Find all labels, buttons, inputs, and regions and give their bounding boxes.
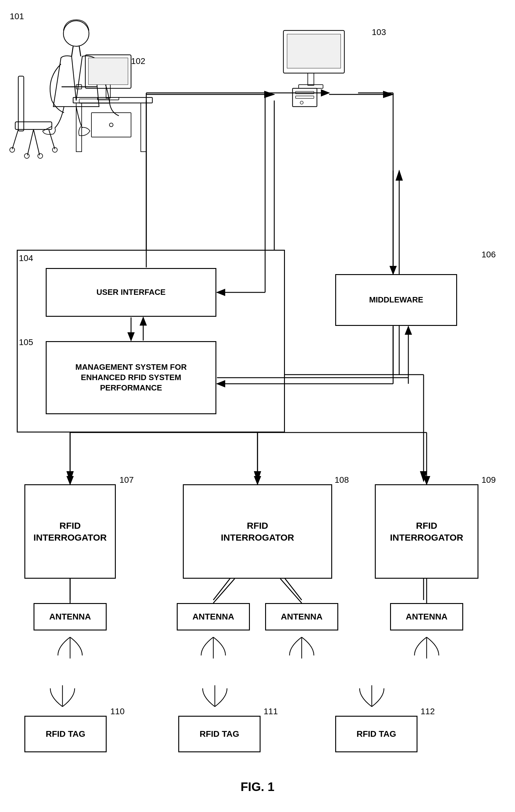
management-system-label: MANAGEMENT SYSTEM FOR ENHANCED RFID SYST… (75, 362, 187, 393)
svg-line-27 (27, 129, 33, 155)
svg-point-31 (24, 153, 29, 158)
rfid-interrogator-2-label: RFID INTERROGATOR (221, 520, 294, 543)
svg-rect-41 (91, 113, 131, 137)
rfid-tag-2-label: RFID TAG (199, 729, 239, 740)
signal-3-antenna (391, 631, 462, 671)
rfid-tag-3-label: RFID TAG (356, 729, 396, 740)
antenna-2a-label: ANTENNA (193, 611, 234, 622)
signal-2b-antenna (267, 631, 337, 671)
server-illustration (274, 27, 356, 113)
antenna-3-box: ANTENNA (390, 603, 463, 631)
antenna-3-label: ANTENNA (406, 611, 448, 622)
svg-rect-40 (141, 103, 146, 152)
svg-line-28 (33, 129, 39, 155)
svg-point-32 (38, 153, 43, 158)
svg-rect-49 (287, 34, 341, 68)
rfid-tag-3-box: RFID TAG (335, 716, 417, 752)
middleware-box: MIDDLEWARE (335, 274, 457, 326)
user-interface-box: USER INTERFACE (46, 268, 216, 317)
rfid-interrogator-3-label: RFID INTERROGATOR (390, 520, 463, 543)
diagram: 101 102 103 104 USER INTERFACE 105 MANAG… (0, 0, 515, 812)
svg-rect-23 (18, 76, 24, 131)
management-system-box: MANAGEMENT SYSTEM FOR ENHANCED RFID SYST… (46, 341, 216, 414)
ref-112: 112 (421, 706, 435, 716)
ref-104: 104 (19, 253, 33, 263)
user-interface-label: USER INTERFACE (97, 287, 166, 297)
signal-1-tag (26, 679, 99, 713)
svg-point-42 (109, 123, 113, 127)
ref-106: 106 (482, 250, 496, 260)
rfid-interrogator-2-box: RFID INTERROGATOR (183, 484, 332, 579)
ref-107: 107 (119, 475, 134, 485)
svg-rect-46 (88, 58, 128, 85)
rfid-interrogator-1-label: RFID INTERROGATOR (33, 520, 107, 543)
ref-103: 103 (372, 27, 386, 37)
figure-title: FIG. 1 (0, 780, 515, 794)
signal-1-antenna (35, 631, 105, 671)
svg-rect-50 (308, 73, 314, 85)
svg-point-33 (63, 21, 89, 46)
ref-101: 101 (10, 11, 24, 21)
ref-108: 108 (334, 475, 349, 485)
ref-102: 102 (131, 56, 145, 66)
signal-3-tag (335, 679, 408, 713)
antenna-1-label: ANTENNA (49, 611, 91, 622)
ref-109: 109 (482, 475, 496, 485)
rfid-tag-1-box: RFID TAG (24, 716, 107, 752)
svg-line-75 (213, 579, 235, 603)
svg-rect-24 (15, 122, 52, 129)
ref-105: 105 (19, 338, 33, 347)
ref-111: 111 (264, 706, 278, 716)
signal-2a-antenna (178, 631, 248, 671)
antenna-2b-label: ANTENNA (281, 611, 323, 622)
rfid-interrogator-1-box: RFID INTERROGATOR (24, 484, 116, 579)
signal-2-tag (178, 679, 251, 713)
rfid-interrogator-3-box: RFID INTERROGATOR (375, 484, 479, 579)
ref-110: 110 (110, 706, 125, 716)
svg-rect-39 (76, 103, 82, 152)
svg-line-76 (280, 579, 302, 603)
desk-illustration (61, 52, 159, 162)
middleware-label: MIDDLEWARE (369, 295, 423, 305)
svg-rect-52 (293, 88, 317, 107)
rfid-tag-1-label: RFID TAG (46, 729, 85, 740)
antenna-2b-box: ANTENNA (265, 603, 338, 631)
svg-rect-54 (296, 96, 314, 98)
svg-line-26 (49, 129, 55, 149)
svg-rect-53 (296, 91, 314, 94)
rfid-tag-2-box: RFID TAG (178, 716, 261, 752)
antenna-1-box: ANTENNA (33, 603, 107, 631)
svg-point-55 (300, 101, 303, 104)
antenna-2a-box: ANTENNA (177, 603, 250, 631)
svg-line-25 (12, 129, 18, 149)
